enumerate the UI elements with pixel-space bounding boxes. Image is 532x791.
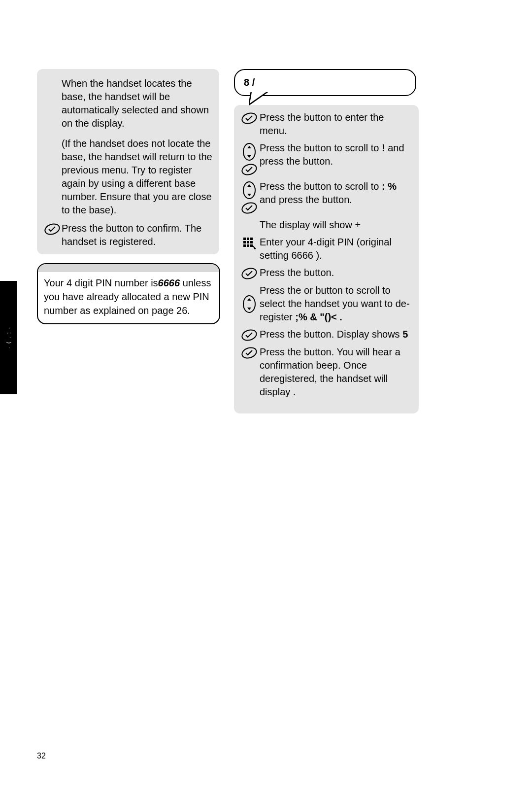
body-text: When the handset locates the base, the h…	[62, 77, 213, 130]
callout: 8 /	[234, 69, 416, 96]
left-intro-2: (If the handset does not locate the base…	[43, 137, 213, 217]
body-text: Enter your 4-digit PIN (original setting…	[260, 236, 414, 262]
body-text: Press the button to scroll to : % and pr…	[260, 180, 414, 206]
page-number: 32	[37, 752, 46, 760]
r-step: Press the button.	[239, 266, 414, 280]
body-text: Press the button. Display shows 5	[260, 328, 414, 341]
r-step: Press the button. You will hear a confir…	[239, 345, 414, 399]
right-column: 8 / Press the button to enter the menu.	[234, 69, 419, 413]
ok-button-icon	[241, 346, 258, 359]
text: Press the	[62, 223, 106, 234]
body-text: Press the button. You will hear a confir…	[260, 345, 414, 399]
left-grey-box: When the handset locates the base, the h…	[37, 69, 219, 254]
r-step: Press the button. Display shows 5	[239, 328, 414, 342]
r-step: Enter your 4-digit PIN (original setting…	[239, 236, 414, 262]
text: Press the	[260, 285, 304, 296]
svg-rect-1	[250, 91, 269, 92]
text: button.	[303, 156, 333, 167]
text: Press the	[260, 112, 304, 123]
r-step: Press the button to scroll to ! and pres…	[239, 141, 414, 176]
svg-rect-11	[247, 241, 249, 243]
body-text: Press the button to scroll to ! and pres…	[260, 141, 414, 168]
svg-rect-12	[250, 241, 253, 243]
text: .	[293, 386, 296, 397]
svg-rect-7	[243, 238, 246, 240]
left-intro-1: When the handset locates the base, the h…	[43, 77, 213, 130]
callout-tail-icon	[249, 91, 271, 106]
text: button to scroll to	[304, 181, 382, 192]
svg-rect-9	[250, 238, 253, 240]
ok-button-icon	[241, 163, 258, 176]
body-text: Press the button to confirm. The handset…	[62, 222, 213, 248]
text: button.	[322, 194, 352, 205]
page: - ( , ; - When the handset locates the b…	[0, 0, 532, 791]
ok-button-icon	[241, 202, 258, 214]
r-step: Press the button to enter the menu.	[239, 111, 414, 138]
text: Your 4 digit PIN number is	[44, 277, 158, 288]
body-text: (If the handset does not locate the base…	[62, 137, 213, 217]
text: and press the	[260, 194, 322, 205]
ok-button-icon	[241, 329, 258, 342]
r-step: Press the or button to scroll to select …	[239, 284, 414, 324]
text: !	[382, 142, 385, 153]
body-text: Press the button to enter the menu.	[260, 111, 414, 138]
side-tab: - ( , ; -	[0, 281, 17, 394]
updown-button-icon	[242, 142, 257, 161]
r-step: The display will show +	[239, 218, 414, 232]
svg-rect-14	[247, 244, 249, 247]
text: or	[304, 285, 315, 296]
pin-value: 6666	[158, 277, 180, 288]
text: Press the	[260, 181, 304, 192]
keypad-icon	[242, 237, 256, 252]
tip-body: Your 4 digit PIN number is6666 unless yo…	[38, 272, 219, 323]
text: ;% & "()< .	[295, 311, 342, 322]
ok-button-icon	[241, 267, 258, 280]
tip-title	[38, 264, 219, 272]
updown-button-icon	[242, 181, 257, 200]
text: 5	[402, 329, 408, 340]
text: Press the	[260, 142, 304, 153]
left-column: When the handset locates the base, the h…	[37, 69, 219, 324]
text: button to scroll to	[304, 142, 382, 153]
svg-rect-10	[243, 241, 246, 243]
body-text: The display will show +	[260, 218, 414, 232]
body-text: Press the or button to scroll to select …	[260, 284, 414, 324]
text: Press the	[260, 267, 304, 278]
svg-rect-8	[247, 238, 249, 240]
left-step-confirm: Press the button to confirm. The handset…	[43, 222, 213, 248]
text: Press the	[260, 329, 304, 340]
updown-button-icon	[242, 295, 257, 313]
right-grey-box: Press the button to enter the menu. Pres…	[234, 105, 419, 413]
text: button.	[304, 267, 334, 278]
text: Press the	[260, 346, 304, 357]
r-step: Press the button to scroll to : % and pr…	[239, 180, 414, 214]
svg-rect-13	[243, 244, 246, 247]
ok-button-icon	[241, 112, 258, 125]
tip-box: Your 4 digit PIN number is6666 unless yo…	[37, 263, 220, 324]
body-text: Press the button.	[260, 266, 414, 279]
text: button. Display shows	[304, 329, 400, 340]
text: : %	[382, 181, 397, 192]
ok-button-icon	[44, 223, 61, 236]
